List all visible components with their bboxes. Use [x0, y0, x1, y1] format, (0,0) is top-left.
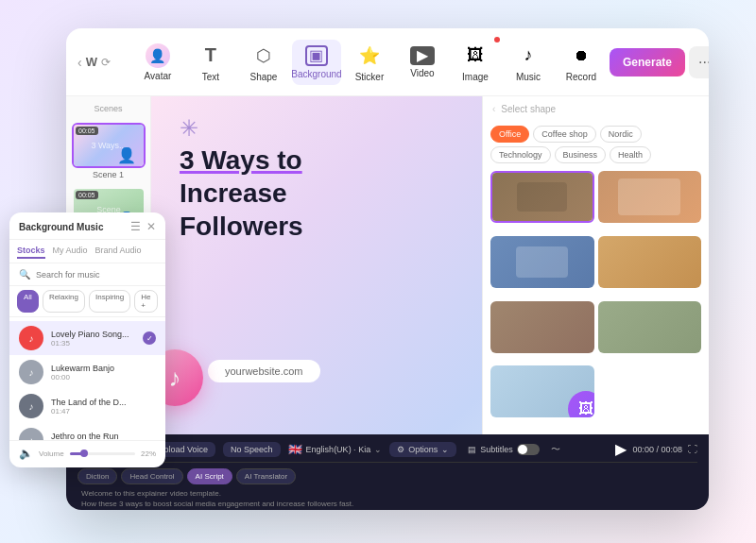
music-search: 🔍	[9, 263, 165, 286]
music-duration-2: 00:00	[51, 373, 156, 382]
bg-thumb-4[interactable]	[598, 236, 702, 288]
image-badge	[492, 35, 502, 44]
music-icon: ♪	[515, 42, 541, 69]
bg-thumb-6[interactable]	[598, 301, 702, 353]
music-name-3: The Land of the D...	[51, 398, 156, 407]
bg-thumb-5[interactable]	[490, 301, 594, 353]
image-icon: 🖼	[462, 42, 489, 69]
subtitles-toggle[interactable]	[517, 444, 540, 455]
toolbar-item-image[interactable]: 🖼 Image	[451, 37, 500, 88]
bg-panel-tabs: Office Coffee shop Nordic Technology Bus…	[483, 118, 709, 163]
toolbar-item-avatar[interactable]: 👤 Avatar	[133, 38, 182, 87]
no-speech-button[interactable]: No Speech	[223, 442, 281, 457]
chevron-icon: ⌄	[374, 445, 382, 454]
bg-thumb-7[interactable]: 🖼	[490, 365, 594, 417]
toolbar-item-video[interactable]: ▶ Video	[398, 41, 447, 84]
music-filter-all[interactable]: All	[17, 290, 39, 313]
menu-icon[interactable]: ☰	[130, 220, 141, 233]
subtitles-label: Subtitles	[480, 445, 513, 454]
music-volume: 🔈 Volume 22%	[9, 440, 165, 467]
chip-head-control[interactable]: Head Control	[121, 468, 182, 484]
music-check-1: ✓	[143, 331, 156, 345]
music-item-2[interactable]: ♪ Lukewarm Banjo 00:00	[9, 355, 165, 389]
music-item-3[interactable]: ♪ The Land of the D... 01:47	[9, 389, 165, 423]
scene-thumb-1[interactable]: 3 Ways... 00:05 👤	[72, 123, 146, 168]
scene-1-avatar: 👤	[117, 146, 136, 164]
chip-ai-translator[interactable]: AI Translator	[236, 468, 296, 484]
shape-icon: ⬡	[250, 42, 277, 69]
music-avatar-3: ♪	[19, 394, 43, 418]
text-icon: T	[198, 42, 224, 69]
music-filter-relaxing[interactable]: Relaxing	[43, 290, 85, 313]
toolbar-label-shape: Shape	[249, 72, 277, 82]
options-button[interactable]: ⚙ Options ⌄	[389, 442, 456, 457]
bg-panel-title-row: ‹ Select shape	[483, 96, 709, 118]
bg-tab-nordic[interactable]: Nordic	[600, 126, 642, 143]
volume-knob	[80, 450, 88, 457]
music-tabs: Stocks My Audio Brand Audio	[9, 240, 165, 263]
options-label: Options	[408, 445, 438, 454]
avatar-icon: 👤	[146, 43, 170, 68]
music-avatar-4: ♪	[19, 428, 43, 440]
toolbar-label-avatar: Avatar	[145, 71, 172, 81]
chip-diction[interactable]: Diction	[77, 468, 117, 484]
headline-line2: Increase	[180, 177, 303, 210]
play-button[interactable]: ▶	[615, 440, 627, 458]
music-info-3: The Land of the D... 01:47	[51, 398, 156, 416]
chip-ai-script[interactable]: AI Script	[187, 468, 232, 484]
generate-button[interactable]: Generate	[610, 48, 685, 76]
music-filter-more[interactable]: He +	[134, 290, 158, 313]
language-selector[interactable]: 🇬🇧 English(UK) · Kia ⌄	[288, 443, 383, 456]
music-search-input[interactable]	[36, 270, 156, 280]
music-tab-my-audio[interactable]: My Audio	[53, 246, 88, 259]
bg-tab-health[interactable]: Health	[610, 146, 651, 163]
music-item-4[interactable]: ♪ Jethro on the Run 03:51	[9, 423, 165, 440]
toolbar-item-text[interactable]: T Text	[186, 37, 235, 88]
bg-thumb-2[interactable]	[598, 171, 702, 223]
timeline-controls: Conversation Upload Voice No Speech 🇬🇧 E…	[77, 434, 697, 463]
bg-thumb-3[interactable]	[490, 236, 594, 288]
toolbar-item-record[interactable]: ⏺ Record	[557, 37, 606, 88]
background-icon: ▣	[305, 45, 328, 66]
music-info-2: Lukewarm Banjo 00:00	[51, 364, 156, 382]
music-duration-1: 01:35	[51, 339, 135, 348]
toolbar-item-background[interactable]: ▣ Background	[292, 40, 341, 85]
play-time: 00:00 / 00:08	[632, 445, 682, 454]
scene-1-badge: 00:05	[76, 127, 98, 135]
music-item-1[interactable]: ♪ Lovely Piano Song... 01:35 ✓	[9, 321, 165, 355]
toolbar-label-image: Image	[462, 72, 489, 82]
toolbar-back[interactable]: ‹ W ⟳	[77, 55, 111, 70]
music-popup-header: Background Music ☰ ✕	[9, 212, 165, 240]
sticker-icon: ⭐	[356, 42, 383, 69]
toolbar-label-sticker: Sticker	[355, 72, 385, 82]
play-controls: ▶ 00:00 / 00:08 ⛶	[615, 440, 697, 458]
bg-tab-tech[interactable]: Technology	[490, 146, 551, 163]
toolbar-item-shape[interactable]: ⬡ Shape	[239, 37, 288, 88]
scene-1-label: Scene 1	[72, 170, 145, 179]
toolbar-item-sticker[interactable]: ⭐ Sticker	[345, 37, 394, 88]
subtitles-icon: ▤	[468, 445, 476, 454]
scenes-label: Scenes	[72, 104, 145, 113]
music-avatar-2: ♪	[19, 360, 43, 384]
bg-thumb-1[interactable]	[490, 171, 594, 223]
canvas-asterisk: ✳	[180, 115, 198, 142]
music-tab-brand-audio[interactable]: Brand Audio	[95, 246, 142, 259]
music-info-1: Lovely Piano Song... 01:35	[51, 330, 135, 348]
background-panel: ‹ Select shape Office Coffee shop Nordic…	[482, 96, 709, 434]
fullscreen-icon[interactable]: ⛶	[688, 444, 697, 454]
volume-track[interactable]	[70, 452, 135, 455]
music-filter-inspiring[interactable]: Inspiring	[89, 290, 130, 313]
toolbar-label-music: Music	[516, 72, 541, 82]
bg-tab-coffee[interactable]: Coffee shop	[533, 126, 595, 143]
toolbar-item-music[interactable]: ♪ Music	[504, 37, 553, 88]
language-label: English(UK) · Kia	[306, 445, 371, 454]
transcript-text: Welcome to this explainer video template…	[81, 489, 353, 508]
toolbar-label-record: Record	[566, 72, 596, 82]
music-popup-title: Background Music	[19, 222, 103, 232]
bg-tab-business[interactable]: Business	[555, 146, 607, 163]
close-icon[interactable]: ✕	[146, 220, 156, 233]
more-button[interactable]: ···	[689, 46, 709, 78]
bg-tab-office[interactable]: Office	[490, 126, 529, 143]
canvas-website[interactable]: yourwebsite.com	[208, 360, 320, 382]
music-tab-stocks[interactable]: Stocks	[17, 246, 45, 259]
